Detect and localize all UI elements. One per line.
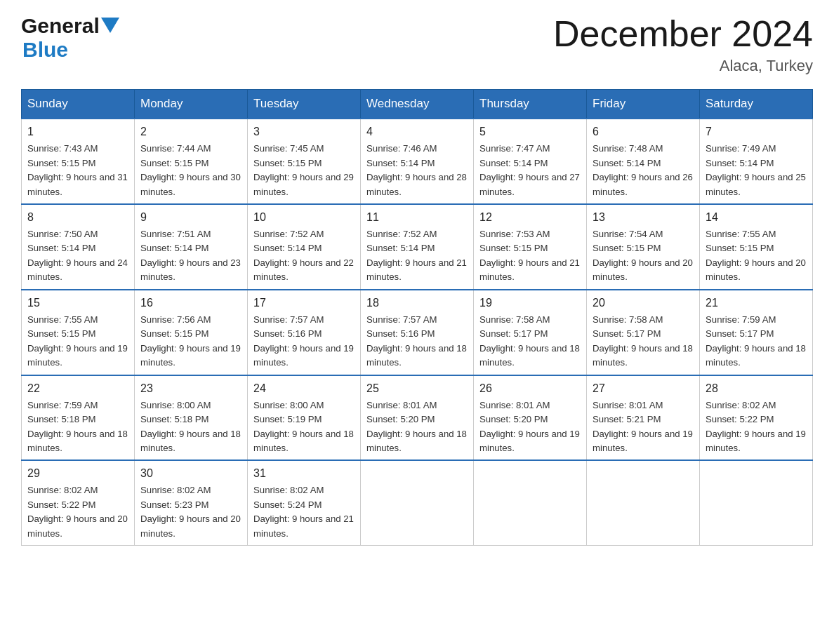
calendar-cell: 30 Sunrise: 8:02 AMSunset: 5:23 PMDaylig…: [135, 460, 248, 545]
day-number: 14: [706, 209, 807, 226]
calendar-cell: 17 Sunrise: 7:57 AMSunset: 5:16 PMDaylig…: [248, 290, 361, 375]
day-number: 22: [27, 380, 128, 397]
day-info: Sunrise: 7:46 AMSunset: 5:14 PMDaylight:…: [366, 143, 467, 196]
page-header: General Blue December 2024 Alaca, Turkey: [21, 14, 813, 75]
calendar-cell: 11 Sunrise: 7:52 AMSunset: 5:14 PMDaylig…: [361, 204, 474, 290]
col-thursday: Thursday: [474, 90, 587, 119]
calendar-week-row: 8 Sunrise: 7:50 AMSunset: 5:14 PMDayligh…: [22, 204, 813, 290]
logo-general-text: General: [21, 14, 100, 38]
calendar-cell: 2 Sunrise: 7:44 AMSunset: 5:15 PMDayligh…: [135, 119, 248, 204]
calendar-body: 1 Sunrise: 7:43 AMSunset: 5:15 PMDayligh…: [22, 119, 813, 546]
calendar-cell: 20 Sunrise: 7:58 AMSunset: 5:17 PMDaylig…: [587, 290, 700, 375]
day-info: Sunrise: 7:49 AMSunset: 5:14 PMDaylight:…: [706, 143, 806, 196]
calendar-cell: 26 Sunrise: 8:01 AMSunset: 5:20 PMDaylig…: [474, 375, 587, 461]
calendar-table: Sunday Monday Tuesday Wednesday Thursday…: [21, 89, 813, 546]
day-info: Sunrise: 8:02 AMSunset: 5:23 PMDaylight:…: [140, 485, 241, 538]
day-info: Sunrise: 7:50 AMSunset: 5:14 PMDaylight:…: [27, 229, 128, 282]
col-friday: Friday: [587, 90, 700, 119]
calendar-cell: 29 Sunrise: 8:02 AMSunset: 5:22 PMDaylig…: [22, 460, 135, 545]
day-info: Sunrise: 8:02 AMSunset: 5:22 PMDaylight:…: [706, 400, 806, 453]
col-sunday: Sunday: [22, 90, 135, 119]
day-number: 8: [27, 209, 128, 226]
logo-arrow-icon: [101, 18, 119, 36]
day-number: 18: [366, 295, 468, 311]
day-number: 24: [253, 380, 355, 397]
col-monday: Monday: [135, 90, 248, 119]
day-number: 2: [140, 123, 241, 140]
calendar-cell: 27 Sunrise: 8:01 AMSunset: 5:21 PMDaylig…: [587, 375, 700, 461]
day-info: Sunrise: 8:01 AMSunset: 5:21 PMDaylight:…: [593, 400, 693, 453]
day-number: 3: [253, 123, 355, 140]
day-number: 27: [593, 380, 694, 397]
calendar-week-row: 1 Sunrise: 7:43 AMSunset: 5:15 PMDayligh…: [22, 119, 813, 204]
calendar-cell: 1 Sunrise: 7:43 AMSunset: 5:15 PMDayligh…: [22, 119, 135, 204]
day-info: Sunrise: 7:58 AMSunset: 5:17 PMDaylight:…: [593, 314, 693, 368]
day-info: Sunrise: 7:51 AMSunset: 5:14 PMDaylight:…: [140, 229, 241, 282]
col-wednesday: Wednesday: [361, 90, 474, 119]
calendar-cell: 18 Sunrise: 7:57 AMSunset: 5:16 PMDaylig…: [361, 290, 474, 375]
day-number: 17: [253, 295, 355, 311]
calendar-week-row: 29 Sunrise: 8:02 AMSunset: 5:22 PMDaylig…: [22, 460, 813, 545]
day-info: Sunrise: 7:57 AMSunset: 5:16 PMDaylight:…: [366, 314, 467, 368]
day-number: 4: [366, 123, 468, 140]
day-number: 10: [253, 209, 355, 226]
calendar-cell: 19 Sunrise: 7:58 AMSunset: 5:17 PMDaylig…: [474, 290, 587, 375]
day-info: Sunrise: 7:55 AMSunset: 5:15 PMDaylight:…: [706, 229, 806, 282]
calendar-cell: 6 Sunrise: 7:48 AMSunset: 5:14 PMDayligh…: [587, 119, 700, 204]
calendar-week-row: 22 Sunrise: 7:59 AMSunset: 5:18 PMDaylig…: [22, 375, 813, 461]
day-info: Sunrise: 7:44 AMSunset: 5:15 PMDaylight:…: [140, 143, 241, 196]
day-info: Sunrise: 8:02 AMSunset: 5:24 PMDaylight:…: [253, 485, 354, 538]
day-number: 25: [366, 380, 468, 397]
calendar-cell: 12 Sunrise: 7:53 AMSunset: 5:15 PMDaylig…: [474, 204, 587, 290]
day-info: Sunrise: 8:02 AMSunset: 5:22 PMDaylight:…: [27, 485, 128, 538]
day-info: Sunrise: 7:47 AMSunset: 5:14 PMDaylight:…: [479, 143, 580, 196]
calendar-cell: 25 Sunrise: 8:01 AMSunset: 5:20 PMDaylig…: [361, 375, 474, 461]
calendar-cell: 13 Sunrise: 7:54 AMSunset: 5:15 PMDaylig…: [587, 204, 700, 290]
calendar-cell: 28 Sunrise: 8:02 AMSunset: 5:22 PMDaylig…: [700, 375, 813, 461]
day-number: 11: [366, 209, 468, 226]
calendar-cell: 21 Sunrise: 7:59 AMSunset: 5:17 PMDaylig…: [700, 290, 813, 375]
location-text: Alaca, Turkey: [553, 57, 813, 75]
calendar-cell: 10 Sunrise: 7:52 AMSunset: 5:14 PMDaylig…: [248, 204, 361, 290]
calendar-cell: 23 Sunrise: 8:00 AMSunset: 5:18 PMDaylig…: [135, 375, 248, 461]
day-number: 7: [706, 123, 807, 140]
day-number: 23: [140, 380, 241, 397]
day-info: Sunrise: 7:53 AMSunset: 5:15 PMDaylight:…: [479, 229, 580, 282]
day-info: Sunrise: 7:55 AMSunset: 5:15 PMDaylight:…: [27, 314, 128, 368]
day-number: 28: [706, 380, 807, 397]
day-info: Sunrise: 7:59 AMSunset: 5:18 PMDaylight:…: [27, 400, 128, 453]
header-row: Sunday Monday Tuesday Wednesday Thursday…: [22, 90, 813, 119]
calendar-cell: [700, 460, 813, 545]
col-saturday: Saturday: [700, 90, 813, 119]
day-info: Sunrise: 7:45 AMSunset: 5:15 PMDaylight:…: [253, 143, 354, 196]
day-info: Sunrise: 7:52 AMSunset: 5:14 PMDaylight:…: [366, 229, 467, 282]
calendar-cell: 16 Sunrise: 7:56 AMSunset: 5:15 PMDaylig…: [135, 290, 248, 375]
day-info: Sunrise: 8:01 AMSunset: 5:20 PMDaylight:…: [366, 400, 467, 453]
logo: General Blue: [21, 14, 119, 62]
day-number: 9: [140, 209, 241, 226]
day-number: 30: [140, 465, 241, 482]
calendar-cell: 14 Sunrise: 7:55 AMSunset: 5:15 PMDaylig…: [700, 204, 813, 290]
day-info: Sunrise: 7:57 AMSunset: 5:16 PMDaylight:…: [253, 314, 354, 368]
day-info: Sunrise: 7:52 AMSunset: 5:14 PMDaylight:…: [253, 229, 354, 282]
logo-blue-text: Blue: [22, 38, 68, 61]
day-number: 6: [593, 123, 694, 140]
day-info: Sunrise: 7:56 AMSunset: 5:15 PMDaylight:…: [140, 314, 241, 368]
day-info: Sunrise: 7:59 AMSunset: 5:17 PMDaylight:…: [706, 314, 806, 368]
title-section: December 2024 Alaca, Turkey: [553, 14, 813, 75]
day-number: 5: [479, 123, 581, 140]
calendar-cell: 7 Sunrise: 7:49 AMSunset: 5:14 PMDayligh…: [700, 119, 813, 204]
calendar-cell: 9 Sunrise: 7:51 AMSunset: 5:14 PMDayligh…: [135, 204, 248, 290]
calendar-cell: 15 Sunrise: 7:55 AMSunset: 5:15 PMDaylig…: [22, 290, 135, 375]
day-number: 1: [27, 123, 128, 140]
calendar-cell: [361, 460, 474, 545]
calendar-cell: [474, 460, 587, 545]
day-number: 13: [593, 209, 694, 226]
day-info: Sunrise: 8:01 AMSunset: 5:20 PMDaylight:…: [479, 400, 580, 453]
day-info: Sunrise: 7:43 AMSunset: 5:15 PMDaylight:…: [27, 143, 128, 196]
month-title: December 2024: [553, 14, 813, 54]
day-info: Sunrise: 8:00 AMSunset: 5:18 PMDaylight:…: [140, 400, 241, 453]
day-info: Sunrise: 8:00 AMSunset: 5:19 PMDaylight:…: [253, 400, 354, 453]
calendar-cell: 8 Sunrise: 7:50 AMSunset: 5:14 PMDayligh…: [22, 204, 135, 290]
day-number: 19: [479, 295, 581, 311]
